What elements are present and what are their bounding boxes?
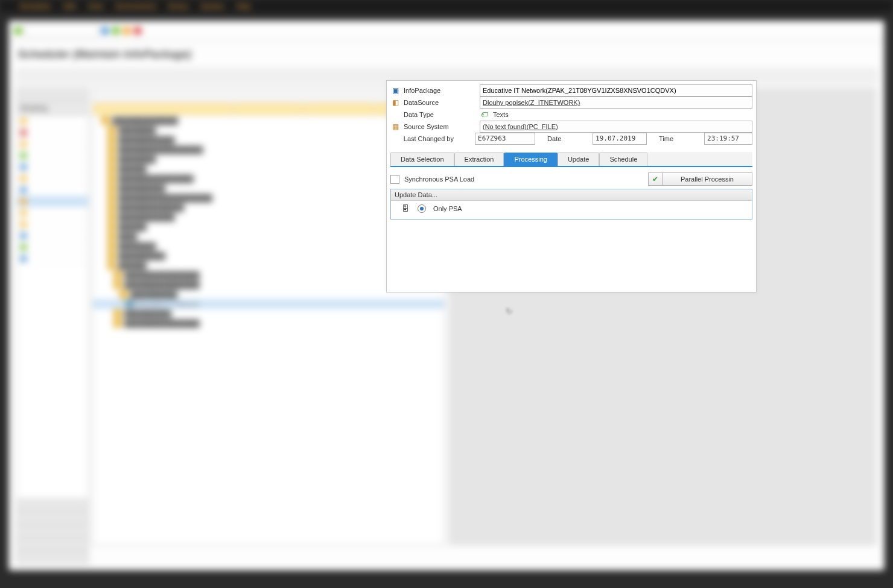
sourcesystem-value[interactable]: (No text found)(PC_FILE) (480, 121, 752, 133)
parallel-processing-label: Parallel Processin (663, 173, 752, 185)
changedby-value: E67Z963 (475, 133, 535, 145)
check-icon: ✔ (649, 173, 663, 185)
sourcesystem-icon: ▦ (390, 122, 400, 131)
row-sourcesystem: ▦ Source System (No text found)(PC_FILE) (390, 121, 752, 133)
tab-extraction[interactable]: Extraction (454, 153, 504, 166)
date-value: 19.07.2019 (593, 133, 647, 145)
time-value: 23:19:57 (704, 133, 752, 145)
datatype-label: Data Type (404, 111, 476, 118)
row-infopackage: ▣ InfoPackage (390, 84, 752, 96)
tabs-bar: Data Selection Extraction Processing Upd… (390, 152, 752, 167)
infopackage-field[interactable] (480, 84, 752, 96)
infopackage-label: InfoPackage (404, 87, 476, 94)
row-datasource: ◧ DataSource Dlouhy popisek(Z_ITNETWORK) (390, 96, 752, 109)
header-section: ▣ InfoPackage ◧ DataSource Dlouhy popise… (387, 81, 756, 146)
changedby-label: Last Changed by (404, 135, 471, 142)
infopackage-icon: ▣ (390, 86, 400, 95)
tab-content-processing: Synchronous PSA Load ✔ Parallel Processi… (387, 167, 756, 224)
psa-icon: 🗄 (402, 204, 410, 213)
datatype-value: Texts (493, 111, 509, 118)
spacer-icon-2 (390, 134, 400, 144)
sync-psa-label: Synchronous PSA Load (404, 175, 643, 183)
time-label: Time (650, 135, 701, 142)
row-datatype: Data Type 🏷 Texts (390, 109, 752, 121)
spacer-icon (390, 110, 400, 119)
update-data-header: Update Data... (391, 189, 752, 201)
tab-update[interactable]: Update (558, 153, 599, 166)
parallel-processing-button[interactable]: ✔ Parallel Processin (648, 172, 752, 186)
update-data-body: 🗄 Only PSA (391, 201, 752, 219)
update-data-group: Update Data... 🗄 Only PSA (390, 189, 752, 220)
datasource-icon: ◧ (390, 98, 400, 107)
datasource-label: DataSource (404, 99, 476, 106)
only-psa-radio[interactable] (418, 204, 426, 213)
texts-icon: 🏷 (480, 110, 489, 119)
sync-psa-row: Synchronous PSA Load ✔ Parallel Processi… (390, 172, 752, 186)
infopackage-detail-panel: ▣ InfoPackage ◧ DataSource Dlouhy popise… (386, 80, 757, 292)
only-psa-label: Only PSA (433, 205, 462, 212)
cursor-icon: ↻ (506, 306, 513, 316)
date-label: Date (539, 135, 589, 142)
tab-processing[interactable]: Processing (504, 153, 557, 166)
datasource-value[interactable]: Dlouhy popisek(Z_ITNETWORK) (480, 96, 752, 109)
tab-data-selection[interactable]: Data Selection (390, 153, 454, 166)
sync-psa-checkbox[interactable] (390, 175, 399, 184)
tab-schedule[interactable]: Schedule (599, 153, 647, 166)
row-lastchanged: Last Changed by E67Z963 Date 19.07.2019 … (390, 133, 752, 145)
sourcesystem-label: Source System (404, 123, 476, 130)
